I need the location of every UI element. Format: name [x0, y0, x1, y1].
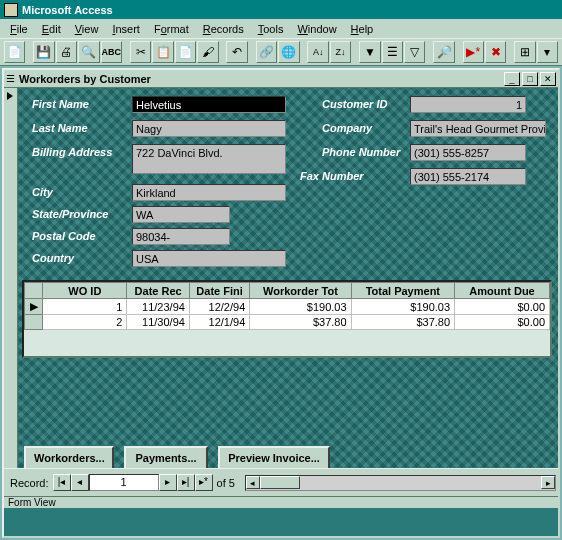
company-field[interactable]: Trail's Head Gourmet Provis	[410, 120, 546, 137]
scroll-left-button[interactable]: ◂	[246, 476, 260, 489]
filter-form-button[interactable]: ☰	[382, 41, 403, 63]
cell-date-fin[interactable]: 12/1/94	[189, 315, 249, 330]
row-selector-header[interactable]	[25, 283, 43, 299]
billing-field[interactable]: 722 DaVinci Blvd.	[132, 144, 286, 174]
nav-of-label: of 5	[213, 477, 239, 489]
nav-prev-button[interactable]: ◂	[71, 474, 89, 491]
nav-next-button[interactable]: ▸	[159, 474, 177, 491]
cell-wo-id[interactable]: 2	[43, 315, 127, 330]
city-field[interactable]: Kirkland	[132, 184, 286, 201]
workorders-subform: WO ID Date Rec Date Fini Workorder Tot T…	[22, 280, 552, 358]
menu-help[interactable]: Help	[345, 21, 380, 37]
postal-field[interactable]: 98034-	[132, 228, 230, 245]
row-selector[interactable]: ▶	[25, 299, 43, 315]
find-button[interactable]: 🔎	[433, 41, 454, 63]
row-selector[interactable]	[25, 315, 43, 330]
menu-tools[interactable]: Tools	[252, 21, 290, 37]
form-body: First Name Helvetius Last Name Nagy Bill…	[4, 88, 558, 508]
spell-button[interactable]: ABC	[101, 41, 123, 63]
nav-last-button[interactable]: ▸|	[177, 474, 195, 491]
cell-total-pay[interactable]: $37.80	[351, 315, 454, 330]
state-field[interactable]: WA	[132, 206, 230, 223]
cell-wo-total[interactable]: $190.03	[250, 299, 351, 315]
cell-amount-due[interactable]: $0.00	[455, 299, 550, 315]
db-window-button[interactable]: ⊞	[514, 41, 535, 63]
nav-first-button[interactable]: |◂	[53, 474, 71, 491]
cell-amount-due[interactable]: $0.00	[455, 315, 550, 330]
col-date-fin[interactable]: Date Fini	[189, 283, 249, 299]
cell-wo-total[interactable]: $37.80	[250, 315, 351, 330]
cut-button[interactable]: ✂	[130, 41, 151, 63]
filter-toggle-button[interactable]: ▽	[404, 41, 425, 63]
preview-button[interactable]: 🔍	[78, 41, 99, 63]
col-wo-id[interactable]: WO ID	[43, 283, 127, 299]
customer-id-field[interactable]: 1	[410, 96, 526, 113]
menu-view[interactable]: View	[69, 21, 105, 37]
new-record-button[interactable]: ▶*	[463, 41, 484, 63]
cell-date-rec[interactable]: 11/23/94	[127, 299, 190, 315]
col-total-pay[interactable]: Total Payment	[351, 283, 454, 299]
sort-asc-button[interactable]: A↓	[307, 41, 328, 63]
scroll-right-button[interactable]: ▸	[541, 476, 555, 489]
label-city: City	[32, 186, 53, 198]
label-fax: Fax Number	[300, 170, 364, 182]
hscroll[interactable]: ◂ ▸	[245, 475, 556, 491]
phone-field[interactable]: (301) 555-8257	[410, 144, 526, 161]
menu-records[interactable]: Records	[197, 21, 250, 37]
new-object-button[interactable]: ▾	[537, 41, 558, 63]
save-button[interactable]: 💾	[33, 41, 54, 63]
record-nav: Record: |◂ ◂ 1 ▸ ▸| ▸* of 5 ◂ ▸	[4, 468, 558, 496]
cell-wo-id[interactable]: 1	[43, 299, 127, 315]
workorders-button[interactable]: Workorders...	[24, 446, 114, 470]
paste-button[interactable]: 📄	[175, 41, 196, 63]
table-row[interactable]: ▶ 1 11/23/94 12/2/94 $190.03 $190.03 $0.…	[25, 299, 550, 315]
label-postal: Postal Code	[32, 230, 96, 242]
menu-file[interactable]: File	[4, 21, 34, 37]
menu-insert[interactable]: Insert	[106, 21, 146, 37]
label-country: Country	[32, 252, 74, 264]
minimize-button[interactable]: _	[504, 72, 520, 86]
form-title: Workorders by Customer	[15, 73, 502, 85]
record-selector[interactable]	[4, 88, 18, 468]
filter-sel-button[interactable]: ▼	[359, 41, 380, 63]
nav-current-field[interactable]: 1	[89, 474, 159, 491]
payments-button[interactable]: Payments...	[124, 446, 208, 470]
maximize-button[interactable]: □	[522, 72, 538, 86]
menu-window[interactable]: Window	[291, 21, 342, 37]
col-wo-total[interactable]: Workorder Tot	[250, 283, 351, 299]
cell-date-fin[interactable]: 12/2/94	[189, 299, 249, 315]
label-phone: Phone Number	[322, 146, 400, 158]
workorders-grid: WO ID Date Rec Date Fini Workorder Tot T…	[24, 282, 550, 330]
scroll-thumb[interactable]	[260, 476, 300, 489]
current-record-arrow-icon	[7, 92, 13, 100]
label-first-name: First Name	[32, 98, 89, 110]
view-button[interactable]: 📄	[4, 41, 25, 63]
col-date-rec[interactable]: Date Rec	[127, 283, 190, 299]
menu-edit[interactable]: Edit	[36, 21, 67, 37]
sort-desc-button[interactable]: Z↓	[330, 41, 351, 63]
format-painter-button[interactable]: 🖌	[197, 41, 218, 63]
copy-button[interactable]: 📋	[152, 41, 173, 63]
preview-invoice-button[interactable]: Preview Invoice...	[218, 446, 330, 470]
fax-field[interactable]: (301) 555-2174	[410, 168, 526, 185]
cell-total-pay[interactable]: $190.03	[351, 299, 454, 315]
label-last-name: Last Name	[32, 122, 88, 134]
last-name-field[interactable]: Nagy	[132, 120, 286, 137]
label-billing: Billing Address	[32, 146, 112, 158]
label-company: Company	[322, 122, 372, 134]
delete-record-button[interactable]: ✖	[485, 41, 506, 63]
nav-new-button[interactable]: ▸*	[195, 474, 213, 491]
menu-format[interactable]: Format	[148, 21, 195, 37]
cell-date-rec[interactable]: 11/30/94	[127, 315, 190, 330]
link-button[interactable]: 🔗	[256, 41, 277, 63]
undo-button[interactable]: ↶	[226, 41, 247, 63]
nav-label: Record:	[6, 477, 53, 489]
first-name-field[interactable]: Helvetius	[132, 96, 286, 113]
table-row[interactable]: 2 11/30/94 12/1/94 $37.80 $37.80 $0.00	[25, 315, 550, 330]
col-amount-due[interactable]: Amount Due	[455, 283, 550, 299]
app-icon	[4, 3, 18, 17]
country-field[interactable]: USA	[132, 250, 286, 267]
web-button[interactable]: 🌐	[278, 41, 299, 63]
close-button[interactable]: ✕	[540, 72, 556, 86]
print-button[interactable]: 🖨	[56, 41, 77, 63]
